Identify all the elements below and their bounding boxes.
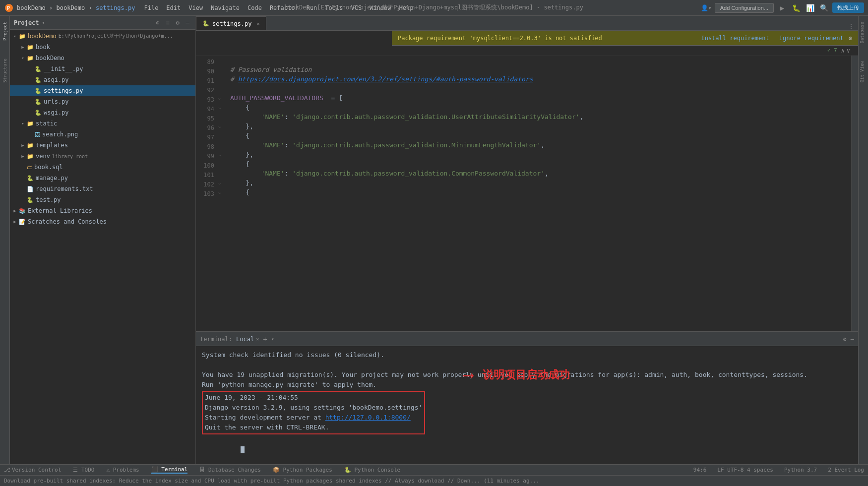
run-icon[interactable]: ▶: [777, 2, 788, 13]
code-line-93: AUTH_PASSWORD_VALIDATORS = [: [230, 93, 847, 103]
todo-tab[interactable]: ☰ TODO: [73, 467, 94, 473]
tree-item-init[interactable]: 🐍 __init__.py: [10, 63, 195, 74]
terminal-dropdown-icon[interactable]: ▾: [271, 336, 274, 342]
tab-empty-area: [266, 30, 844, 30]
structure-tab-icon[interactable]: Structure: [1, 55, 8, 87]
menu-view[interactable]: View: [185, 2, 207, 13]
cursor-position: 94:6: [693, 467, 707, 473]
tree-item-urls[interactable]: 🐍 urls.py: [10, 96, 195, 107]
minimize-icon[interactable]: —: [184, 19, 191, 27]
tab-overflow-icon[interactable]: ⋮: [844, 23, 858, 30]
tree-label: External Libraries: [28, 207, 92, 214]
terminal-line-5: June 19, 2023 - 21:04:55: [205, 393, 422, 403]
app-logo: P: [4, 3, 14, 13]
arrow-icon: ▾: [12, 33, 18, 39]
right-scrollbar[interactable]: [851, 56, 858, 331]
event-log-button[interactable]: 2 Event Log: [828, 467, 864, 473]
tree-item-manage[interactable]: 🐍 manage.py: [10, 173, 195, 183]
tree-item-search-png[interactable]: 🖼 search.png: [10, 129, 195, 140]
arrow-icon: ▾: [20, 121, 26, 126]
tree-item-book-sql[interactable]: 🗃 book.sql: [10, 162, 195, 173]
tree-item-requirements[interactable]: 📄 requirements.txt: [10, 183, 195, 194]
notification-bar: Package requirement 'mysqlclient==2.0.3'…: [392, 31, 858, 46]
cloud-upload-button[interactable]: 拖拽上传: [832, 2, 864, 13]
project-label: Project: [14, 19, 39, 26]
locate-icon[interactable]: ⊕: [154, 19, 162, 27]
tree-label: asgi.py: [44, 76, 69, 83]
version-control-tab[interactable]: ⎇Version Control: [4, 467, 61, 473]
arrow-placeholder: [20, 197, 26, 203]
ignore-requirement-button[interactable]: Ignore requirement: [779, 35, 844, 42]
tree-label: search.png: [42, 131, 78, 138]
notification-settings-icon[interactable]: ⚙: [849, 35, 852, 42]
python-file-icon: 🐍: [35, 66, 42, 72]
tree-item-static[interactable]: ▾ 📁 static: [10, 118, 195, 129]
python-packages-tab[interactable]: 📦 Python Packages: [273, 467, 332, 473]
problems-tab[interactable]: ⚠ Problems: [106, 467, 139, 473]
arrow-placeholder: [28, 131, 34, 137]
scratch-icon: 📝: [19, 219, 26, 225]
tree-item-scratches[interactable]: ▶ 📝 Scratches and Consoles: [10, 216, 195, 227]
tree-item-templates[interactable]: ▶ 📁 templates: [10, 140, 195, 151]
code-line-90: # Password validation: [230, 65, 847, 74]
terminal-local-tab[interactable]: Local ✕: [236, 336, 259, 343]
tree-label: book.sql: [34, 164, 63, 171]
debug-icon[interactable]: 🐛: [791, 2, 802, 13]
folder-icon: 📁: [27, 44, 34, 51]
project-tab-icon[interactable]: Project: [1, 18, 8, 45]
tree-item-bookdemo-folder[interactable]: ▾ 📁 bookDemo: [10, 53, 195, 63]
search-icon[interactable]: 🔍: [818, 2, 829, 13]
gitview-tab-icon[interactable]: Git View: [859, 57, 868, 86]
dropdown-icon[interactable]: ▾: [42, 20, 45, 25]
arrow-placeholder: [28, 110, 34, 116]
add-configuration-button[interactable]: Add Configuration...: [715, 3, 774, 13]
install-requirement-button[interactable]: Install requirement: [701, 35, 769, 42]
tree-item-asgi[interactable]: 🐍 asgi.py: [10, 74, 195, 85]
python-file-tab-icon: 🐍: [202, 20, 209, 27]
arrow-icon: ▶: [20, 153, 26, 159]
annotation-arrow: ⟶: [464, 366, 473, 383]
svg-text:P: P: [7, 5, 10, 11]
tree-label: urls.py: [44, 98, 69, 105]
tree-item-venv[interactable]: ▶ 📁 venv library root: [10, 151, 195, 162]
folder-icon: 📁: [19, 33, 26, 40]
title-right-controls: 👤▾ Add Configuration... ▶ 🐛 📊 🔍 拖拽上传: [701, 2, 864, 13]
tree-label: test.py: [36, 196, 61, 203]
server-url-link[interactable]: http://127.0.0.1:8000/: [325, 414, 411, 421]
collapse-editor-icon[interactable]: ∨: [847, 47, 850, 54]
terminal-section: Terminal: Local ✕ + ▾ ⚙ — System check i…: [196, 331, 858, 475]
collapse-icon[interactable]: ≡: [164, 19, 172, 27]
check-icon: ✓ 7: [827, 47, 837, 54]
terminal-body[interactable]: System check identified no issues (0 sil…: [196, 346, 858, 475]
tree-label: book: [36, 44, 50, 51]
expand-icon[interactable]: ∧: [841, 47, 845, 54]
tab-close-button[interactable]: ✕: [256, 21, 259, 26]
menu-navigate[interactable]: Navigate: [207, 2, 244, 13]
encoding-info: LF UTF-8 4 spaces: [717, 467, 773, 473]
terminal-close-icon[interactable]: ✕: [256, 336, 259, 342]
code-line-92: [230, 84, 847, 93]
tree-item-wsgi[interactable]: 🐍 wsgi.py: [10, 107, 195, 118]
terminal-add-icon[interactable]: +: [263, 335, 267, 343]
tab-settings-py[interactable]: 🐍 settings.py ✕: [196, 16, 266, 30]
menu-file[interactable]: File: [140, 2, 162, 13]
bottom-message-bar: Download pre-built shared indexes: Reduc…: [0, 475, 868, 486]
settings-icon[interactable]: ⚙: [174, 19, 182, 27]
db-changes-tab[interactable]: 🗄 Database Changes: [199, 467, 261, 473]
database-tab-icon[interactable]: Database: [859, 18, 868, 47]
terminal-cursor: [241, 446, 245, 453]
user-icon[interactable]: 👤▾: [701, 4, 712, 11]
menu-code[interactable]: Code: [244, 2, 266, 13]
coverage-icon[interactable]: 📊: [805, 2, 815, 13]
terminal-minimize-icon[interactable]: —: [851, 336, 854, 343]
tree-item-root[interactable]: ▾ 📁 bookDemo E:\PythonProject\基于Python+D…: [10, 31, 195, 42]
python-console-tab[interactable]: 🐍 Python Console: [344, 467, 400, 473]
tree-item-external-libs[interactable]: ▶ 📚 External Libraries: [10, 205, 195, 216]
tree-item-test[interactable]: 🐍 test.py: [10, 194, 195, 205]
menu-edit[interactable]: Edit: [162, 2, 185, 13]
tree-item-settings[interactable]: 🐍 settings.py: [10, 85, 195, 96]
code-content[interactable]: # Password validation # https://docs.dja…: [226, 56, 851, 331]
tree-item-book[interactable]: ▶ 📁 book: [10, 42, 195, 53]
terminal-tab[interactable]: ⬛ Terminal: [151, 466, 188, 474]
terminal-settings-icon[interactable]: ⚙: [843, 336, 847, 343]
